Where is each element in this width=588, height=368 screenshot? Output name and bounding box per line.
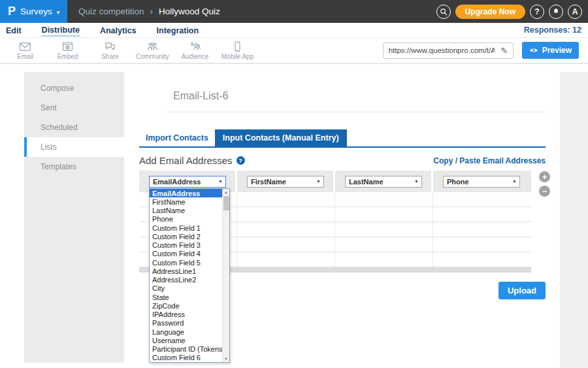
lastname-column-select[interactable]: LastName ▼ [345, 176, 422, 188]
row-cell[interactable] [433, 192, 531, 207]
dropdown-option[interactable]: Custom Field 2 [150, 232, 222, 241]
responses-count[interactable]: Responses: 12 [524, 25, 581, 35]
chevron-down-icon: ▼ [414, 179, 419, 184]
sidebar-item-templates[interactable]: Templates [24, 157, 124, 176]
chevron-down-icon: ▼ [218, 179, 223, 184]
add-row-button[interactable]: + [539, 171, 550, 182]
dropdown-option[interactable]: Phone [150, 215, 222, 224]
row-cell[interactable] [335, 252, 433, 267]
row-cell[interactable] [237, 237, 335, 252]
dropdown-option[interactable]: Password [150, 319, 222, 327]
dropdown-option[interactable]: LastName [150, 207, 222, 215]
dropdown-option[interactable]: EmailAddress [150, 189, 222, 197]
scroll-up-icon[interactable]: ▲ [224, 189, 228, 195]
sidebar-item-compose[interactable]: Compose [24, 78, 124, 98]
row-cell[interactable] [433, 222, 531, 237]
search-icon [440, 8, 448, 16]
dropdown-scrollbar[interactable]: ▲ ▼ [222, 189, 229, 362]
email-list-title: Email-List-6 [173, 90, 546, 102]
toolbar-item-community[interactable]: Community [131, 41, 174, 60]
sidebar-item-scheduled[interactable]: Scheduled [24, 118, 124, 137]
scroll-down-icon[interactable]: ▼ [224, 356, 228, 362]
email-icon [18, 41, 32, 53]
help-icon[interactable]: ? [237, 156, 245, 165]
mobile-app-icon [231, 41, 244, 53]
row-cell[interactable] [433, 237, 531, 252]
row-controls: + − [531, 171, 550, 273]
row-cell[interactable] [433, 207, 531, 222]
distribute-toolbar: Email Embed Share Community $ Audience M… [0, 38, 588, 64]
dropdown-option[interactable]: State [150, 293, 222, 301]
dropdown-option[interactable]: City [150, 284, 222, 293]
dropdown-option[interactable]: Language [150, 327, 222, 336]
dropdown-option[interactable]: Custom Field 4 [150, 250, 222, 258]
copy-paste-link[interactable]: Copy / Paste Email Addresses [433, 156, 546, 165]
nav-item-integration[interactable]: Integration [156, 25, 200, 36]
eye-icon [529, 47, 538, 54]
row-cell[interactable] [237, 252, 335, 267]
toolbar-item-mobile-app[interactable]: Mobile App [216, 41, 259, 60]
survey-url-input[interactable] [384, 46, 496, 54]
row-cell[interactable] [335, 237, 433, 252]
dropdown-option[interactable]: AddressLine1 [150, 267, 222, 275]
edit-url-pencil-icon[interactable]: ✎ [496, 46, 513, 56]
firstname-column-select[interactable]: FirstName ▼ [247, 176, 324, 188]
column-firstname: FirstName ▼ [237, 171, 335, 192]
toolbar-item-embed[interactable]: Embed [46, 41, 89, 60]
dropdown-option[interactable]: Custom Field 5 [150, 258, 222, 267]
search-button[interactable] [436, 5, 451, 19]
notifications-button[interactable] [549, 5, 563, 19]
email-sidebar: Compose Sent Scheduled Lists Templates [24, 72, 124, 363]
row-cell[interactable] [335, 192, 433, 207]
toolbar-item-label: Community [136, 53, 169, 60]
section-header: Add Email Addresses ? Copy / Paste Email… [139, 155, 546, 166]
questionpro-logo: P [8, 5, 16, 18]
select-value: EmailAddress [153, 178, 201, 186]
dropdown-option[interactable]: AddressLine2 [150, 276, 222, 284]
help-button[interactable]: ? [530, 5, 544, 19]
breadcrumb-parent[interactable]: Quiz competition [78, 7, 144, 16]
dropdown-option[interactable]: ZipCode [150, 301, 222, 310]
sidebar-item-lists[interactable]: Lists [24, 137, 124, 157]
sidebar-item-sent[interactable]: Sent [24, 98, 124, 118]
dropdown-option[interactable]: FirstName [150, 197, 222, 206]
nav-item-analytics[interactable]: Analytics [99, 25, 137, 36]
upload-button[interactable]: Upload [498, 282, 546, 299]
survey-subnav: Edit Distribute Analytics Integration Re… [0, 23, 588, 38]
row-cell[interactable] [237, 207, 335, 222]
surveys-menu[interactable]: P Surveys ▾ [0, 0, 67, 23]
toolbar-item-audience[interactable]: $ Audience [174, 41, 216, 60]
row-cell[interactable] [237, 192, 335, 207]
column-lastname: LastName ▼ [335, 171, 433, 192]
tab-input-contacts-manual[interactable]: Input Contacts (Manual Entry) [215, 129, 347, 146]
row-cell[interactable] [335, 207, 433, 222]
dropdown-option[interactable]: Participant ID (Tokens) [150, 345, 222, 354]
dropdown-option[interactable]: IPAddress [150, 310, 222, 319]
preview-button[interactable]: Preview [522, 42, 579, 59]
dropdown-option[interactable]: Username [150, 336, 222, 344]
remove-row-button[interactable]: − [539, 186, 550, 197]
select-value: LastName [349, 178, 384, 186]
avatar[interactable]: A [568, 5, 582, 19]
upgrade-now-button[interactable]: Upgrade Now [455, 5, 525, 19]
toolbar-item-email[interactable]: Email [4, 41, 46, 60]
audience-icon: $ [188, 41, 202, 53]
phone-column-select[interactable]: Phone ▼ [443, 176, 520, 188]
tab-import-contacts[interactable]: Import Contacts [139, 129, 215, 146]
nav-item-edit[interactable]: Edit [5, 25, 22, 36]
right-gutter [560, 72, 588, 368]
nav-item-distribute[interactable]: Distribute [41, 24, 80, 37]
product-label: Surveys [20, 7, 52, 16]
contacts-tabs: Import Contacts Input Contacts (Manual E… [139, 129, 546, 148]
row-cell[interactable] [335, 222, 433, 237]
toolbar-right: ✎ Preview [383, 42, 588, 59]
row-cell[interactable] [433, 252, 531, 267]
row-cell[interactable] [237, 222, 335, 237]
dropdown-option[interactable]: Custom Field 3 [150, 241, 222, 250]
toolbar-item-share[interactable]: Share [89, 41, 131, 60]
dropdown-option[interactable]: Custom Field 1 [150, 224, 222, 232]
scrollbar-thumb[interactable] [223, 196, 229, 210]
toolbar-item-label: Share [101, 53, 119, 60]
dropdown-option[interactable]: Custom Field 6 [150, 354, 222, 362]
email-column-select[interactable]: EmailAddress ▼ [149, 176, 226, 188]
